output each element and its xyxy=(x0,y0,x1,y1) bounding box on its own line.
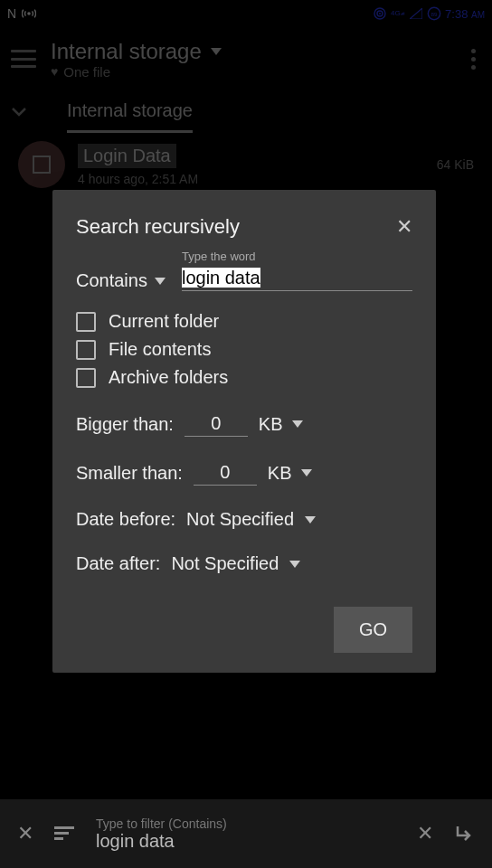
checkbox-label: Archive folders xyxy=(109,367,228,388)
match-mode-select[interactable]: Contains xyxy=(76,270,166,291)
clear-icon[interactable]: ✕ xyxy=(412,822,438,845)
date-before-select[interactable]: Not Specified xyxy=(186,509,316,530)
checkbox-archive-folders[interactable]: Archive folders xyxy=(76,367,412,388)
smaller-than-input[interactable] xyxy=(194,460,257,486)
filter-value: login data xyxy=(96,831,396,852)
svg-rect-10 xyxy=(54,826,74,829)
close-icon[interactable]: ✕ xyxy=(396,215,412,239)
svg-rect-11 xyxy=(54,832,69,835)
filter-hint: Type to filter (Contains) xyxy=(96,816,396,831)
filter-input[interactable]: Type to filter (Contains) login data xyxy=(96,816,396,852)
search-input[interactable]: login data xyxy=(182,266,412,291)
chevron-down-icon xyxy=(289,561,300,568)
bigger-than-label: Bigger than: xyxy=(76,414,174,435)
checkbox-label: Current folder xyxy=(109,311,219,332)
checkbox-file-contents[interactable]: File contents xyxy=(76,339,412,360)
bigger-than-input[interactable] xyxy=(184,411,248,437)
svg-rect-12 xyxy=(54,837,63,840)
dialog-title: Search recursively xyxy=(76,215,240,239)
go-button[interactable]: GO xyxy=(334,607,412,653)
bigger-unit-select[interactable]: KB xyxy=(259,414,303,435)
date-after-label: Date after: xyxy=(76,553,160,574)
match-mode-label: Contains xyxy=(76,270,147,291)
search-input-label: Type the word xyxy=(182,250,256,263)
date-after-select[interactable]: Not Specified xyxy=(171,553,300,574)
smaller-than-label: Smaller than: xyxy=(76,463,183,484)
filter-bar: ✕ Type to filter (Contains) login data ✕ xyxy=(0,799,492,868)
checkbox-label: File contents xyxy=(109,339,211,360)
checkbox-current-folder[interactable]: Current folder xyxy=(76,311,412,332)
checkbox-icon xyxy=(76,312,96,332)
checkbox-icon xyxy=(76,340,96,360)
chevron-down-icon xyxy=(292,420,303,428)
checkbox-icon xyxy=(76,368,96,388)
subdirectory-arrow-icon[interactable] xyxy=(454,825,479,843)
close-icon[interactable]: ✕ xyxy=(13,822,38,845)
smaller-unit-select[interactable]: KB xyxy=(268,463,312,484)
filter-list-icon[interactable] xyxy=(54,826,80,841)
search-dialog: Search recursively ✕ Contains Type the w… xyxy=(52,190,436,673)
chevron-down-icon xyxy=(305,516,316,524)
date-before-label: Date before: xyxy=(76,509,175,530)
chevron-down-icon xyxy=(301,469,312,476)
chevron-down-icon xyxy=(155,278,166,285)
